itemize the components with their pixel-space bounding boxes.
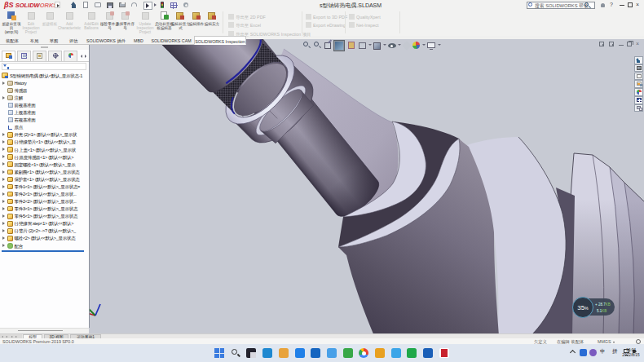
svg-text:35%: 35%	[577, 304, 589, 311]
svg-text:+ 28.7KB: + 28.7KB	[595, 302, 611, 307]
svg-text:5.1KB: 5.1KB	[597, 309, 607, 313]
